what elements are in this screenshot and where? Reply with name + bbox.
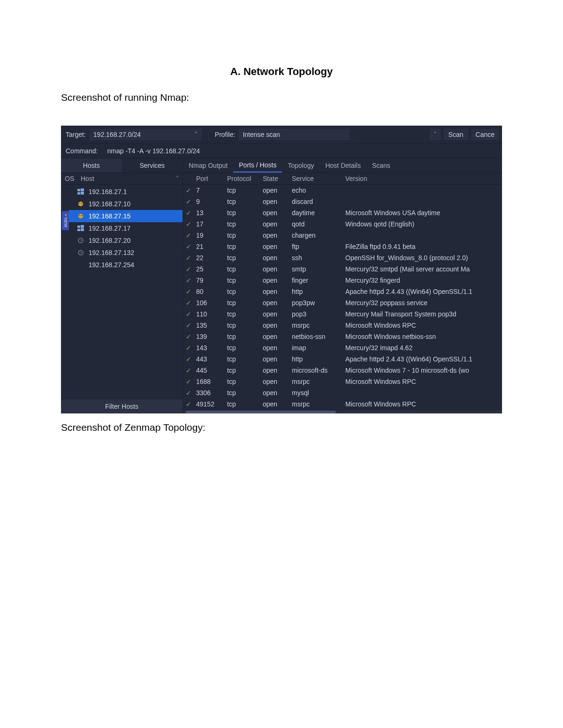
caption-zenmap-topology: Screenshot of Zenmap Topology: [61, 422, 563, 433]
caption-nmap: Screenshot of running Nmap: [61, 92, 563, 103]
port-row[interactable]: ✓445tcpopenmicrosoft-dsMicrosoft Windows… [183, 365, 502, 376]
host-item[interactable]: 192.168.27.15 [69, 210, 183, 222]
tab-topology[interactable]: Topology [282, 158, 320, 173]
port-row[interactable]: ✓25tcpopensmtpMercury/32 smtpd (Mail ser… [183, 263, 502, 275]
port-row[interactable]: ✓13tcpopendaytimeMicrosoft Windows USA d… [183, 207, 502, 218]
cell-version: Microsoft Windows 7 - 10 microsoft-ds (w… [345, 367, 502, 375]
command-label: Command: [64, 147, 101, 155]
cell-port: 135 [196, 322, 227, 330]
cell-state: open [263, 355, 292, 363]
check-icon: ✓ [186, 322, 196, 330]
svg-rect-11 [81, 225, 84, 228]
cell-protocol: tcp [227, 333, 263, 341]
host-item[interactable]: 192.168.27.10 [69, 198, 183, 210]
header-host-label: Host [81, 175, 94, 183]
cell-protocol: tcp [227, 378, 263, 386]
cell-protocol: tcp [227, 367, 263, 375]
cell-service: msrpc [292, 378, 345, 386]
host-item[interactable]: ?192.168.27.132 [69, 247, 183, 259]
horizontal-scrollbar[interactable] [183, 411, 502, 413]
cell-port: 17 [196, 220, 227, 228]
cell-port: 22 [196, 254, 227, 262]
header-host[interactable]: Host ˅ [81, 175, 183, 183]
caption1-suffix: : [186, 92, 189, 103]
scan-button[interactable]: Scan [444, 129, 468, 140]
sidebar: Hosts Services OS Host ˅ + NEW 192.168.2… [61, 158, 183, 413]
cell-state: open [263, 209, 292, 217]
host-item[interactable]: 192.168.27.1 [69, 186, 183, 198]
header-service[interactable]: Service [292, 175, 345, 183]
caption1-prefix: Screenshot of [61, 92, 124, 103]
scrollbar-thumb[interactable] [186, 411, 336, 413]
check-icon: ✓ [186, 254, 196, 262]
cell-port: 110 [196, 310, 227, 318]
cell-protocol: tcp [227, 198, 263, 206]
port-row[interactable]: ✓19tcpopenchargen [183, 230, 502, 241]
cell-version: Windows qotd (English) [345, 220, 502, 228]
cell-protocol: tcp [227, 277, 263, 285]
port-row[interactable]: ✓21tcpopenftpFileZilla ftpd 0.9.41 beta [183, 241, 502, 252]
check-icon: ✓ [186, 209, 196, 217]
tab-hosts[interactable]: Hosts [61, 158, 122, 173]
port-row[interactable]: ✓79tcpopenfingerMercury/32 fingerd [183, 275, 502, 286]
svg-text:?: ? [80, 251, 82, 255]
cell-state: open [263, 299, 292, 307]
cell-version: Apache httpd 2.4.43 ((Win64) OpenSSL/1.1 [345, 288, 502, 296]
port-row[interactable]: ✓135tcpopenmsrpcMicrosoft Windows RPC [183, 320, 502, 331]
tab-ports-hosts[interactable]: Ports / Hosts [233, 158, 282, 173]
caption1-mid: running Nmap [124, 92, 186, 103]
svg-point-6 [81, 203, 82, 204]
port-row[interactable]: ✓443tcpopenhttpApache httpd 2.4.43 ((Win… [183, 353, 502, 365]
cell-protocol: tcp [227, 187, 263, 195]
cell-state: open [263, 322, 292, 330]
cancel-button[interactable]: Cance [471, 129, 499, 140]
cell-service: msrpc [292, 400, 345, 408]
profile-input[interactable] [239, 129, 350, 140]
cell-version: Microsoft Windows netbios-ssn [345, 333, 502, 341]
port-row[interactable]: ✓17tcpopenqotdWindows qotd (English) [183, 218, 502, 230]
port-row[interactable]: ✓3306tcpopenmysql [183, 387, 502, 398]
cell-state: open [263, 265, 292, 273]
header-port[interactable]: Port [196, 175, 227, 183]
port-row[interactable]: ✓143tcpopenimapMercury/32 imapd 4.62 [183, 342, 502, 353]
cell-version: Mercury Mail Transport System pop3d [345, 310, 502, 318]
target-input[interactable] [90, 129, 191, 140]
check-icon: ✓ [186, 310, 196, 318]
cell-version: Microsoft Windows RPC [345, 378, 502, 386]
port-row[interactable]: ✓7tcpopenecho [183, 185, 502, 196]
host-item[interactable]: 192.168.27.254 [69, 259, 183, 271]
cell-state: open [263, 367, 292, 375]
port-row[interactable]: ✓110tcpopenpop3Mercury Mail Transport Sy… [183, 308, 502, 320]
header-state[interactable]: State [263, 175, 292, 183]
port-row[interactable]: ✓106tcpopenpop3pwMercury/32 poppass serv… [183, 297, 502, 308]
port-row[interactable]: ✓49152tcpopenmsrpcMicrosoft Windows RPC [183, 398, 502, 410]
port-row[interactable]: ✓9tcpopendiscard [183, 196, 502, 207]
cell-protocol: tcp [227, 265, 263, 273]
tab-host-details[interactable]: Host Details [320, 158, 366, 173]
cell-port: 139 [196, 333, 227, 341]
header-protocol[interactable]: Protocol [227, 175, 263, 183]
host-item[interactable]: ?192.168.27.20 [69, 234, 183, 247]
cell-service: ftp [292, 243, 345, 251]
port-row[interactable]: ✓139tcpopennetbios-ssnMicrosoft Windows … [183, 331, 502, 342]
port-row[interactable]: ✓22tcpopensshOpenSSH for_Windows_8.0 (pr… [183, 252, 502, 263]
port-row[interactable]: ✓80tcpopenhttpApache httpd 2.4.43 ((Win6… [183, 286, 502, 297]
header-version[interactable]: Version [345, 175, 502, 183]
tab-scans[interactable]: Scans [366, 158, 396, 173]
cell-version: Microsoft Windows USA daytime [345, 209, 502, 217]
port-table-body: ✓7tcpopenecho✓9tcpopendiscard✓13tcpopend… [183, 185, 502, 410]
side-strip[interactable]: + NEW [62, 211, 69, 230]
cell-protocol: tcp [227, 254, 263, 262]
body: Hosts Services OS Host ˅ + NEW 192.168.2… [61, 158, 502, 413]
profile-dropdown[interactable]: ˅ [430, 129, 441, 140]
check-icon: ✓ [186, 367, 196, 375]
filter-hosts-button[interactable]: Filter Hosts [61, 399, 183, 413]
target-dropdown[interactable]: ˅ [190, 129, 202, 140]
cell-state: open [263, 378, 292, 386]
svg-point-9 [81, 215, 82, 216]
host-ip: 192.168.27.132 [89, 249, 134, 257]
tab-nmap-output[interactable]: Nmap Output [183, 158, 233, 173]
host-item[interactable]: 192.168.27.17 [69, 222, 183, 234]
tab-services[interactable]: Services [122, 158, 183, 173]
port-row[interactable]: ✓1688tcpopenmsrpcMicrosoft Windows RPC [183, 376, 502, 387]
